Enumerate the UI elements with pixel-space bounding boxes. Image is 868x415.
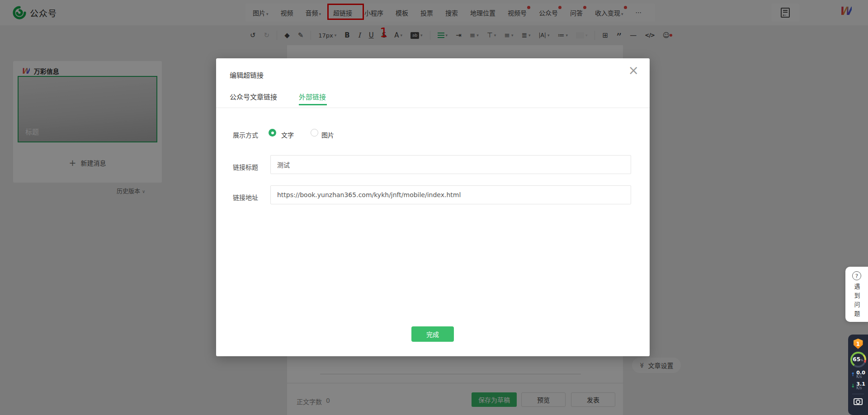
up-arrow-icon: ↑: [851, 372, 855, 377]
dialog-title: 编辑超链接: [230, 70, 264, 80]
display-mode-label: 展示方式: [233, 130, 258, 139]
down-arrow-icon: ↓: [851, 383, 855, 388]
radio-image-label[interactable]: 图片: [321, 130, 334, 139]
screenshot-camera-icon[interactable]: [854, 398, 863, 405]
radio-text-label[interactable]: 文字: [281, 130, 294, 139]
tabs-divider: [216, 108, 650, 108]
link-title-label: 链接标题: [233, 162, 258, 171]
upload-speed-row: ↑ 0.0 K/s: [851, 370, 865, 379]
link-title-input[interactable]: [270, 155, 631, 174]
help-panel-label: 遇到问题: [853, 283, 861, 320]
help-feedback-panel[interactable]: ? 遇到问题: [845, 267, 868, 322]
close-icon[interactable]: ×: [628, 63, 639, 78]
system-monitor-widget[interactable]: 1 65% ↑ 0.0 K/s ↓ 3.1 K/s: [848, 335, 868, 415]
tab-official-article-link[interactable]: 公众号文章链接: [230, 92, 277, 101]
radio-image-unselected[interactable]: [311, 129, 318, 137]
edit-hyperlink-dialog: 编辑超链接 × 公众号文章链接 外部链接 展示方式 文字 图片 链接标题 链接地…: [216, 58, 650, 356]
radio-text-selected[interactable]: [269, 129, 276, 137]
security-shield-icon[interactable]: 1: [854, 339, 863, 349]
link-url-input[interactable]: [270, 185, 631, 204]
upload-speed-unit: K/s: [856, 375, 862, 379]
done-button[interactable]: 完成: [411, 326, 454, 342]
memory-percent-value: 65: [853, 356, 860, 363]
tab-external-link[interactable]: 外部链接: [299, 92, 326, 101]
download-speed-unit: K/s: [856, 387, 862, 390]
percent-unit: %: [860, 358, 863, 362]
widget-divider: [852, 394, 864, 394]
question-mark-icon: ?: [852, 271, 861, 280]
memory-usage-gauge[interactable]: 65%: [850, 352, 866, 368]
active-tab-underline: [299, 104, 327, 105]
download-speed-row: ↓ 3.1 K/s: [851, 382, 865, 390]
link-url-label: 链接地址: [233, 193, 258, 202]
